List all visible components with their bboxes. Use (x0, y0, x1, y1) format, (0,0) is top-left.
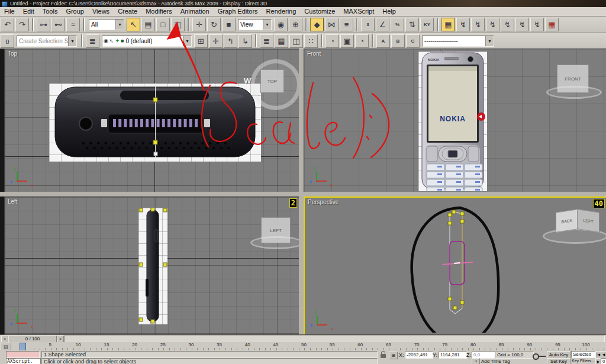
angle-snap-button[interactable]: ∠ (376, 18, 389, 31)
viewcube-ring[interactable] (250, 236, 300, 249)
menu-animation[interactable]: Animation (176, 7, 214, 16)
viewport-perspective[interactable]: BACK LEFT 40 Perspective yxz (304, 197, 606, 336)
snap-tool-1-button[interactable]: ↯ (456, 18, 470, 31)
snap-tool-3-button[interactable]: ↯ (486, 18, 499, 31)
menu-rendering[interactable]: Rendering (262, 7, 301, 16)
spinner-snap-button[interactable]: ⇅ (405, 18, 419, 31)
render-preset-c-button[interactable]: C (406, 34, 420, 48)
set-key-button[interactable]: Set Key (547, 358, 570, 364)
frame-tick-label: 95 (555, 342, 560, 347)
viewcube-ring[interactable] (546, 86, 602, 99)
y-coordinate-field[interactable]: 1164,281 (439, 352, 467, 359)
chevron-down-icon[interactable]: ▾ (183, 36, 191, 46)
rendered-frame-window-button[interactable]: ◔ (355, 34, 369, 48)
frame-tick-label: 5 (49, 342, 51, 347)
selection-filter-dropdown[interactable]: All▾ (89, 19, 124, 30)
add-time-tag[interactable]: Add Time Tag (481, 359, 510, 364)
mini-curve-editor-button[interactable]: ▤ (1, 343, 11, 351)
menu-tools[interactable]: Tools (38, 7, 62, 16)
redo-button[interactable]: ↷ (15, 18, 29, 31)
macro-recorder-box[interactable] (6, 351, 40, 358)
edit-named-selection-sets-button[interactable]: {} (1, 34, 14, 48)
select-by-name-button[interactable]: ▤ (141, 18, 155, 31)
render-preset-a-button[interactable]: A (376, 34, 390, 48)
snaps-toggle-button[interactable]: ◆ (310, 18, 324, 31)
viewport-front[interactable]: NOKIA NOKIA FR (304, 49, 606, 193)
viewcube-left-face[interactable]: LEFT (577, 209, 599, 233)
window-crossing-toggle-button[interactable]: ◫ (171, 18, 185, 31)
keyboard-shortcut-override-button[interactable]: KY (420, 18, 434, 31)
absolute-mode-button[interactable]: ⊞ (389, 352, 398, 359)
add-selection-to-layer-button[interactable]: ✛ (209, 34, 223, 48)
select-object-button[interactable]: ↖ (127, 18, 140, 31)
select-and-scale-button[interactable]: ■ (222, 18, 236, 31)
chevron-down-icon[interactable]: ▾ (68, 36, 76, 46)
layer-properties-button[interactable]: ≣ (260, 34, 273, 48)
menu-maxscript[interactable]: MAXScript (339, 7, 378, 16)
create-new-layer-button[interactable]: ⊞ (194, 34, 208, 48)
light-lister-button[interactable]: ◫ (289, 34, 303, 48)
title-bar[interactable]: Untitled - Project Folder: C:\Users\Onni… (0, 0, 606, 7)
snap-tool-6-button[interactable]: ↯ (530, 18, 544, 31)
select-and-manipulate-button[interactable]: ⊕ (289, 18, 302, 31)
current-frame-marker[interactable] (20, 343, 26, 351)
chevron-down-icon[interactable]: ▾ (263, 20, 271, 30)
snap-3d-button[interactable]: 3 (361, 18, 375, 31)
add-time-tag-icon[interactable]: ◔ (472, 358, 480, 364)
unlink-selection-button[interactable]: ⊷ (51, 18, 65, 31)
select-and-move-button[interactable]: ✛ (192, 18, 206, 31)
viewport-splitter-vertical[interactable] (299, 49, 304, 334)
align-button[interactable]: ≡ (340, 18, 353, 31)
chevron-down-icon[interactable]: ▾ (115, 20, 124, 30)
selection-lock-icon[interactable] (381, 354, 386, 358)
layer-list-button[interactable]: ≣ (86, 34, 99, 48)
snap-tool-4-button[interactable]: ↯ (501, 18, 514, 31)
menu-modifiers[interactable]: Modifiers (141, 7, 176, 16)
rectangular-selection-region-button[interactable]: □ (156, 18, 170, 31)
menu-edit[interactable]: Edit (19, 7, 38, 16)
render-setup-button[interactable]: ▣ (340, 34, 354, 48)
viewcube-back-face[interactable]: BACK (556, 209, 578, 233)
snap-override-button[interactable]: ▦ (441, 18, 455, 31)
frame-tick-label: 70 (414, 342, 420, 347)
percent-snap-button[interactable]: % (391, 18, 404, 31)
named-selection-sets-dropdown[interactable]: Create Selection Set▾ (17, 36, 77, 47)
render-preset-b-button[interactable]: B (391, 34, 405, 48)
scene-explorer-button[interactable]: ▦ (275, 34, 288, 48)
bind-to-space-warp-button[interactable]: ≈ (66, 18, 80, 31)
active-layer-dropdown[interactable]: ◉↖✦■0 (default)▾ (102, 36, 192, 47)
reference-coordinate-system-dropdown[interactable]: View▾ (238, 19, 272, 30)
menu-customize[interactable]: Customize (300, 7, 339, 16)
select-objects-in-layer-button[interactable]: ↳ (238, 34, 252, 48)
select-and-link-button[interactable]: ⊶ (37, 18, 50, 31)
key-mode-dropdown[interactable]: Selected (571, 351, 597, 358)
viewport-top[interactable]: TOP W Top yxz (4, 49, 300, 193)
viewport-label: Front (307, 50, 321, 57)
goto-selection-layer-button[interactable]: ↰ (224, 34, 237, 48)
menu-create[interactable]: Create (114, 7, 141, 16)
snap-tool-5-button[interactable]: ↯ (515, 18, 529, 31)
use-pivot-point-center-button[interactable]: ◉ (274, 18, 288, 31)
menu-views[interactable]: Views (88, 7, 114, 16)
menu-help[interactable]: Help (378, 7, 400, 16)
menu-group[interactable]: Group (62, 7, 88, 16)
app-icon (2, 1, 8, 7)
chevron-down-icon[interactable]: ▾ (485, 36, 494, 46)
undo-button[interactable]: ↶ (1, 18, 14, 31)
schematic-view-button[interactable]: ∷ (304, 34, 318, 48)
key-filters-link[interactable]: Key Filters... (572, 359, 595, 363)
menu-graph-editors[interactable]: Graph Editors (214, 7, 262, 16)
material-editor-button[interactable]: ◔ (325, 34, 339, 48)
x-coordinate-field[interactable]: -2052,491 (405, 352, 433, 359)
snap-tool-2-button[interactable]: ↯ (471, 18, 485, 31)
viewcube-top-face[interactable]: TOP (260, 69, 284, 93)
viewport-left[interactable]: LEFT 2 Left yxz (4, 197, 300, 335)
maxscript-mini-listener[interactable]: AXScript. (6, 358, 41, 364)
track-view-button[interactable]: ▦ (545, 18, 559, 31)
render-presets-dropdown[interactable]: -----------------▾ (422, 36, 494, 47)
track-bar-ruler[interactable]: 0510152025303540455055606570758085909510… (12, 342, 606, 350)
select-and-rotate-button[interactable]: ↻ (207, 18, 221, 31)
current-frame-field[interactable]: 0 (601, 358, 606, 364)
menu-file[interactable]: File (0, 7, 19, 16)
mirror-button[interactable]: ⋈ (325, 18, 339, 31)
